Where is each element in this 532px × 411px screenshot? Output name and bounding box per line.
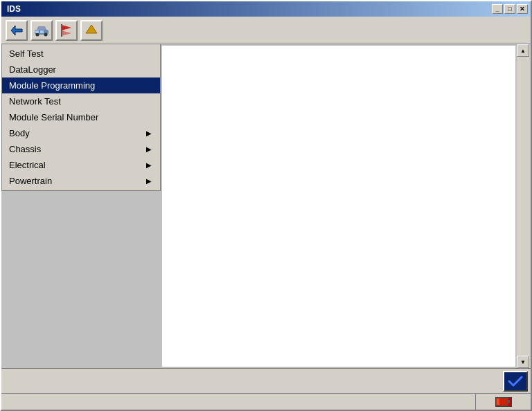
svg-marker-9 xyxy=(62,30,71,36)
window-title: IDS xyxy=(4,4,21,14)
main-content-area xyxy=(162,46,515,367)
flag-button[interactable] xyxy=(55,20,78,41)
svg-marker-2 xyxy=(37,26,46,30)
menu-item-network-test[interactable]: Network Test xyxy=(2,93,160,109)
maximize-button[interactable]: □ xyxy=(504,4,515,14)
minimize-button[interactable]: _ xyxy=(492,4,503,14)
title-bar-buttons: _ □ ✕ xyxy=(492,4,528,14)
right-scrollbar: ▲ ▼ xyxy=(517,44,531,368)
svg-marker-0 xyxy=(11,26,22,35)
content-area: Self Test DataLogger Module Programming … xyxy=(1,44,531,368)
battery-indicator xyxy=(495,397,512,407)
svg-rect-13 xyxy=(497,399,499,405)
svg-rect-5 xyxy=(35,30,39,33)
menu-item-powertrain[interactable]: Powertrain ▶ xyxy=(2,173,160,189)
scroll-up-button[interactable]: ▲ xyxy=(517,44,529,57)
battery-icon xyxy=(495,397,512,407)
toolbar xyxy=(1,17,531,44)
title-bar: IDS _ □ ✕ xyxy=(1,1,531,17)
powertrain-submenu-arrow: ▶ xyxy=(146,177,152,185)
car-button[interactable] xyxy=(30,20,53,41)
scroll-down-button[interactable]: ▼ xyxy=(517,356,529,368)
menu-item-module-programming[interactable]: Module Programming xyxy=(2,77,160,93)
body-submenu-arrow: ▶ xyxy=(146,129,152,137)
svg-point-3 xyxy=(36,33,39,36)
menu-item-self-test[interactable]: Self Test xyxy=(2,46,160,62)
menu-item-electrical[interactable]: Electrical ▶ xyxy=(2,157,160,173)
svg-rect-12 xyxy=(508,400,510,403)
status-bar-right xyxy=(475,394,531,410)
nav-button[interactable] xyxy=(80,20,103,41)
menu-item-datalogger[interactable]: DataLogger xyxy=(2,62,160,77)
svg-rect-6 xyxy=(40,30,44,33)
bottom-action-bar xyxy=(1,368,531,393)
main-window: IDS _ □ ✕ xyxy=(0,0,532,411)
menu-item-module-serial-number[interactable]: Module Serial Number xyxy=(2,109,160,125)
close-button[interactable]: ✕ xyxy=(517,4,528,14)
svg-point-4 xyxy=(44,33,48,36)
svg-marker-8 xyxy=(62,25,71,30)
svg-marker-10 xyxy=(86,25,97,33)
confirm-button[interactable] xyxy=(503,371,528,392)
menu-item-chassis[interactable]: Chassis ▶ xyxy=(2,141,160,157)
chassis-submenu-arrow: ▶ xyxy=(146,145,152,153)
electrical-submenu-arrow: ▶ xyxy=(146,161,152,169)
menu-panel: Self Test DataLogger Module Programming … xyxy=(1,44,161,191)
scroll-track xyxy=(517,57,531,356)
back-button[interactable] xyxy=(6,20,28,41)
status-bar xyxy=(1,393,531,410)
menu-item-body[interactable]: Body ▶ xyxy=(2,125,160,141)
